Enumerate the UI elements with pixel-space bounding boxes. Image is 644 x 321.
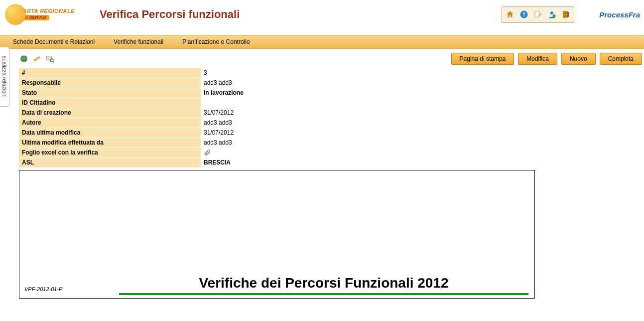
document-preview: VPF-2012-01-P Verifiche dei Percorsi Fun… [19,170,535,299]
field-value [201,98,642,108]
top-icon-bar: ? [502,6,574,23]
document-title-wrap: Verifiche dei Percorsi Funzionali 2012 [119,275,528,295]
field-value: 3 [201,68,642,78]
field-label: # [19,68,201,78]
mini-icon-bar [19,54,55,64]
link-icon[interactable] [32,54,42,64]
document-id: VPF-2012-01-P [24,286,62,292]
zoom-icon[interactable] [45,54,55,64]
globe-refresh-icon[interactable] [19,54,29,64]
help-icon[interactable]: ? [517,8,530,21]
table-row: Data ultima modifica 31/07/2012 [19,128,642,138]
menu-bar: Schede Documenti e Relazioni Verifiche f… [0,35,644,49]
field-label: Data ultima modifica [19,128,201,138]
table-row: Foglio excel con la verifica [19,148,642,158]
page-title: Verifica Percorsi funzionali [100,8,240,21]
document-title: Verifiche dei Percorsi Funzionali 2012 [119,275,528,295]
field-value: BRESCIA [201,158,642,167]
home-icon[interactable] [504,8,516,21]
field-value: add3 add3 [201,118,642,128]
svg-rect-2 [535,11,539,17]
details-table: # 3 Responsabile add3 add3 Stato In lavo… [19,68,642,168]
table-row: Responsabile add3 add3 [19,78,642,88]
table-row: Data di creazione 31/07/2012 [19,108,642,118]
table-row: Autore add3 add3 [19,118,642,128]
svg-rect-9 [37,57,40,59]
field-value: 31/07/2012 [201,108,642,118]
main-content: Pagina di stampa Modifica Nuovo Completa… [19,53,642,299]
menu-item-verifiche[interactable]: Verifiche funzionali [112,37,165,46]
edit-button[interactable]: Modifica [518,53,557,65]
complete-button[interactable]: Completa [600,53,642,65]
field-value: 31/07/2012 [201,128,642,138]
brand-secondary: ProcessFra [599,10,640,19]
field-label: ID Cittadino [19,98,201,108]
field-value: add3 add3 [201,138,642,148]
field-value-attachment[interactable] [201,148,642,158]
table-row: # 3 [19,68,642,78]
svg-rect-8 [33,59,36,61]
table-row: ASL BRESCIA [19,158,642,167]
logo-circle-icon [5,4,26,25]
table-row: Ultima modifica effettuata da add3 add3 [19,138,642,148]
exit-icon[interactable] [559,8,572,21]
new-button[interactable]: Nuovo [561,53,596,65]
svg-rect-5 [563,11,567,18]
field-label: Responsabile [19,78,201,88]
svg-point-4 [553,14,556,17]
field-value-status: In lavorazione [201,88,642,98]
side-panel-tab-label: sualizza relazioni [1,56,7,98]
paperclip-icon [204,149,639,156]
svg-point-6 [567,14,568,15]
field-label: Stato [19,88,201,98]
table-row: ID Cittadino [19,98,642,108]
menu-item-schede[interactable]: Schede Documenti e Relazioni [11,37,97,46]
action-buttons: Pagina di stampa Modifica Nuovo Completa [451,53,642,65]
field-label: ASL [19,158,201,167]
logo-text: CARTA REGIONALE dei SERVIZI [18,8,75,20]
logo-line1: CARTA REGIONALE [18,8,75,14]
side-panel-tab[interactable]: sualizza relazioni [0,47,9,107]
field-label: Autore [19,118,201,128]
print-page-button[interactable]: Pagina di stampa [451,53,515,65]
toolbar-row: Pagina di stampa Modifica Nuovo Completa [19,53,642,65]
field-label: Ultima modifica effettuata da [19,138,201,148]
header: CARTA REGIONALE dei SERVIZI Verifica Per… [0,0,644,35]
user-icon[interactable] [545,8,558,21]
app-logo: CARTA REGIONALE dei SERVIZI [5,4,75,25]
field-label: Foglio excel con la verifica [19,148,201,158]
menu-item-pianificazione[interactable]: Pianificazione e Controllo [180,37,252,46]
field-label: Data di creazione [19,108,201,118]
table-row: Stato In lavorazione [19,88,642,98]
svg-point-3 [550,11,553,14]
svg-text:?: ? [522,11,525,17]
field-value: add3 add3 [201,78,642,88]
edit-doc-icon[interactable] [531,8,544,21]
